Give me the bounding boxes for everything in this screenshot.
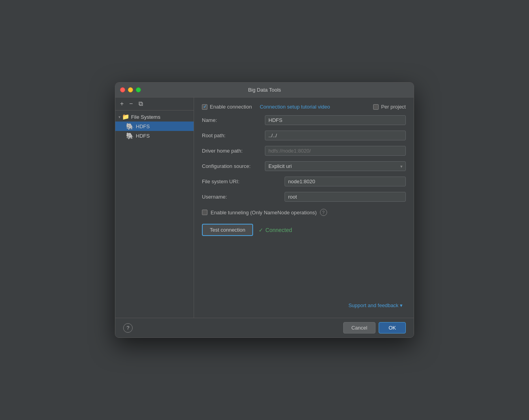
hdfs-icon-1: 🐘 [126, 123, 133, 129]
enable-connection-row: Enable connection [202, 104, 252, 110]
bottom-right: Cancel OK [343, 322, 406, 333]
dropdown-arrow-icon: ▾ [400, 302, 403, 308]
name-row: Name: [202, 115, 406, 125]
cancel-button[interactable]: Cancel [343, 322, 375, 333]
minimize-button[interactable] [128, 87, 133, 92]
per-project-row: Per project [373, 104, 406, 110]
file-system-uri-input[interactable] [285, 177, 406, 186]
bottom-bar: ? Cancel OK [115, 318, 414, 337]
driver-home-row: Driver home path: [202, 146, 406, 156]
help-icon[interactable]: ? [320, 209, 327, 216]
test-connection-row: Test connection ✓ Connected [202, 224, 406, 236]
username-label: Username: [202, 194, 285, 200]
tunneling-row: Enable tunneling (Only NameNode operatio… [202, 209, 406, 216]
file-systems-group[interactable]: ▾ 📁 File Systems [115, 112, 194, 122]
main-content: + − ⧉ ▾ 📁 File Systems 🐘 HDFS [115, 98, 414, 318]
copy-button[interactable]: ⧉ [137, 100, 144, 108]
remove-button[interactable]: − [128, 100, 134, 108]
sidebar-tree: ▾ 📁 File Systems 🐘 HDFS 🐘 HDFS [115, 111, 194, 318]
file-systems-label: File Systems [131, 114, 160, 120]
support-row: Support and feedback ▾ [202, 302, 406, 311]
folder-icon: 📁 [122, 113, 129, 120]
username-input[interactable] [285, 192, 406, 202]
sidebar-item-label-1: HDFS [136, 123, 150, 129]
title-bar: Big Data Tools [115, 83, 414, 98]
check-icon: ✓ [259, 227, 263, 233]
config-source-label: Configuration source: [202, 163, 265, 169]
file-system-uri-label: File system URI: [202, 179, 285, 184]
name-label: Name: [202, 117, 265, 123]
add-button[interactable]: + [118, 100, 125, 108]
right-panel: Enable connection Connection setup tutor… [194, 98, 414, 318]
support-link[interactable]: Support and feedback ▾ [348, 302, 403, 308]
config-source-row: Configuration source: Explicit uri Confi… [202, 161, 406, 171]
sidebar: + − ⧉ ▾ 📁 File Systems 🐘 HDFS [115, 98, 194, 318]
per-project-checkbox[interactable] [373, 104, 379, 110]
main-window: Big Data Tools + − ⧉ ▾ 📁 File Systems 🐘 [115, 82, 414, 338]
root-path-row: Root path: [202, 131, 406, 140]
help-button[interactable]: ? [123, 323, 133, 333]
enable-connection-checkbox[interactable] [202, 104, 207, 110]
tunneling-label: Enable tunneling (Only NameNode operatio… [211, 210, 317, 216]
root-path-input[interactable] [265, 131, 406, 140]
maximize-button[interactable] [136, 87, 141, 92]
name-input[interactable] [265, 115, 406, 125]
config-source-wrapper: Explicit uri Configuration files Environ… [265, 161, 406, 171]
driver-home-input[interactable] [265, 146, 406, 156]
window-title: Big Data Tools [248, 87, 281, 93]
username-row: Username: [202, 192, 406, 202]
connected-status: ✓ Connected [259, 227, 292, 233]
sidebar-item-hdfs-2[interactable]: 🐘 HDFS [115, 131, 194, 140]
tutorial-link[interactable]: Connection setup tutorial video [260, 104, 330, 110]
config-source-select[interactable]: Explicit uri Configuration files Environ… [265, 161, 406, 171]
hdfs-icon-2: 🐘 [126, 133, 133, 139]
sidebar-toolbar: + − ⧉ [115, 98, 194, 111]
chevron-down-icon: ▾ [118, 115, 120, 119]
test-connection-button[interactable]: Test connection [202, 224, 253, 236]
driver-home-label: Driver home path: [202, 148, 265, 154]
support-label: Support and feedback [348, 302, 398, 308]
root-path-label: Root path: [202, 133, 265, 138]
sidebar-item-hdfs-1[interactable]: 🐘 HDFS [115, 122, 194, 131]
enable-connection-label: Enable connection [210, 104, 252, 110]
file-system-uri-row: File system URI: [202, 177, 406, 186]
top-bar: Enable connection Connection setup tutor… [202, 104, 406, 110]
per-project-label: Per project [381, 104, 406, 110]
connected-label: Connected [265, 227, 292, 233]
ok-button[interactable]: OK [379, 322, 406, 333]
sidebar-item-label-2: HDFS [136, 133, 150, 139]
tunneling-checkbox[interactable] [202, 210, 207, 215]
traffic-lights [120, 87, 141, 92]
close-button[interactable] [120, 87, 125, 92]
